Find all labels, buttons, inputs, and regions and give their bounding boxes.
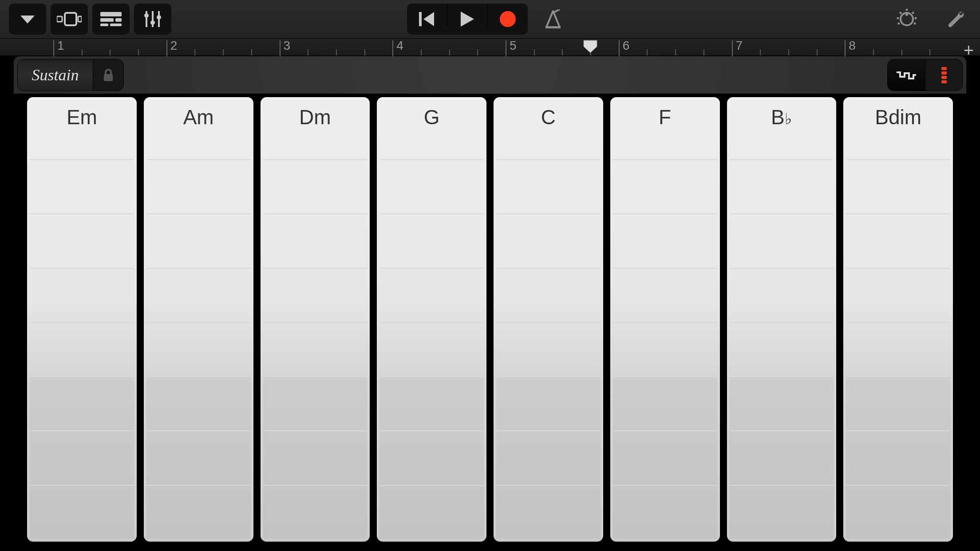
chord-strip[interactable]: C <box>494 97 603 542</box>
chord-string-row[interactable] <box>730 485 834 539</box>
tracks-view-button[interactable] <box>92 4 130 35</box>
chord-string-row[interactable] <box>496 485 601 539</box>
chord-string-row[interactable] <box>613 430 717 484</box>
chord-string-row[interactable] <box>379 485 484 539</box>
chord-string-row[interactable] <box>379 133 484 159</box>
bar-tick <box>506 40 506 56</box>
chord-strip[interactable]: Bdim <box>843 97 953 542</box>
svg-rect-8 <box>110 24 122 26</box>
chord-string-row[interactable] <box>730 133 834 159</box>
chord-string-row[interactable] <box>730 376 834 430</box>
svg-rect-4 <box>100 12 122 16</box>
chord-string-row[interactable] <box>613 213 717 268</box>
chord-string-row[interactable] <box>30 485 134 539</box>
chord-string-row[interactable] <box>30 322 134 376</box>
svg-rect-35 <box>941 76 947 79</box>
chord-string-row[interactable] <box>496 376 601 430</box>
chord-string-row[interactable] <box>30 268 134 322</box>
chord-string-row[interactable] <box>730 159 834 213</box>
chord-string-row[interactable] <box>496 159 601 213</box>
chord-string-row[interactable] <box>146 133 251 159</box>
chord-string-row[interactable] <box>730 213 834 268</box>
go-to-beginning-button[interactable] <box>407 4 447 35</box>
track-controls-button[interactable] <box>134 4 171 35</box>
chord-string-row[interactable] <box>263 376 368 430</box>
add-section-button[interactable]: + <box>964 40 974 60</box>
chord-string-row[interactable] <box>379 430 484 484</box>
playhead[interactable] <box>583 39 598 55</box>
chord-string-row[interactable] <box>146 159 251 213</box>
master-effects-button[interactable] <box>891 4 922 35</box>
chord-string-row[interactable] <box>30 159 134 213</box>
chord-string-row[interactable] <box>846 376 950 430</box>
play-button[interactable] <box>447 4 487 35</box>
song-settings-button[interactable] <box>940 4 971 35</box>
metronome-button[interactable] <box>533 4 573 35</box>
chord-string-row[interactable] <box>379 268 484 322</box>
chord-string-row[interactable] <box>613 485 717 539</box>
chord-string-row[interactable] <box>146 322 251 376</box>
chord-string-row[interactable] <box>613 322 717 376</box>
record-button[interactable] <box>488 4 528 35</box>
chord-string-row[interactable] <box>730 268 834 322</box>
go-to-start-icon <box>418 11 436 27</box>
chord-string-row[interactable] <box>263 133 368 159</box>
my-songs-menu-button[interactable] <box>9 4 46 35</box>
chord-string-row[interactable] <box>496 268 601 322</box>
notes-mode-button[interactable] <box>888 59 925 91</box>
chord-strip[interactable]: G <box>377 97 486 542</box>
chord-string-row[interactable] <box>263 159 368 213</box>
chord-string-row[interactable] <box>613 376 717 430</box>
chord-string-row[interactable] <box>846 213 950 268</box>
chord-strip[interactable]: Em <box>27 97 137 542</box>
chord-string-row[interactable] <box>30 430 134 484</box>
svg-rect-21 <box>545 26 561 28</box>
instrument-browser-button[interactable] <box>51 4 88 35</box>
chord-string-row[interactable] <box>613 268 717 322</box>
wrench-icon <box>945 8 966 30</box>
chord-string-row[interactable] <box>496 133 601 159</box>
chord-string-row[interactable] <box>146 268 251 322</box>
chord-string-row[interactable] <box>379 322 484 376</box>
bar-tick <box>53 40 54 56</box>
chord-string-row[interactable] <box>30 376 134 430</box>
chord-label: Am <box>144 97 253 133</box>
chord-string-row[interactable] <box>846 268 950 322</box>
chord-string-row[interactable] <box>846 159 950 213</box>
bar-number: 1 <box>57 39 64 53</box>
chord-string-row[interactable] <box>146 213 251 268</box>
chord-string-row[interactable] <box>263 430 368 484</box>
chord-string-row[interactable] <box>496 430 601 484</box>
chord-string-row[interactable] <box>146 376 251 430</box>
chord-string-row[interactable] <box>263 322 368 376</box>
chord-string-row[interactable] <box>379 159 484 213</box>
chord-string-row[interactable] <box>30 213 134 268</box>
chord-strip[interactable]: Dm <box>261 97 370 542</box>
sustain-lock-button[interactable] <box>93 59 123 91</box>
chord-string-row[interactable] <box>846 430 950 484</box>
chord-string-row[interactable] <box>846 485 950 539</box>
sustain-button[interactable]: Sustain <box>18 59 93 91</box>
chord-string-row[interactable] <box>263 485 368 539</box>
chord-string-row[interactable] <box>613 133 717 159</box>
chord-string-row[interactable] <box>30 133 134 159</box>
chord-strip[interactable]: B♭ <box>727 97 837 542</box>
chord-string-row[interactable] <box>496 213 601 268</box>
chord-string-row[interactable] <box>146 430 251 484</box>
chord-string-row[interactable] <box>730 322 834 376</box>
chord-string-row[interactable] <box>379 376 484 430</box>
timeline-ruler[interactable]: 12345678 + <box>0 38 980 56</box>
chord-string-row[interactable] <box>496 322 601 376</box>
chord-string-row[interactable] <box>846 322 950 376</box>
chord-strip[interactable]: F <box>610 97 720 542</box>
chords-mode-button[interactable] <box>925 59 962 91</box>
chord-string-row[interactable] <box>263 213 368 268</box>
chord-string-row[interactable] <box>146 485 251 539</box>
chord-string-row[interactable] <box>730 430 834 484</box>
svg-marker-17 <box>461 12 474 27</box>
chord-string-row[interactable] <box>379 213 484 268</box>
chord-string-row[interactable] <box>846 133 950 159</box>
chord-strip[interactable]: Am <box>144 97 253 542</box>
chord-string-row[interactable] <box>613 159 717 213</box>
chord-string-row[interactable] <box>263 268 368 322</box>
